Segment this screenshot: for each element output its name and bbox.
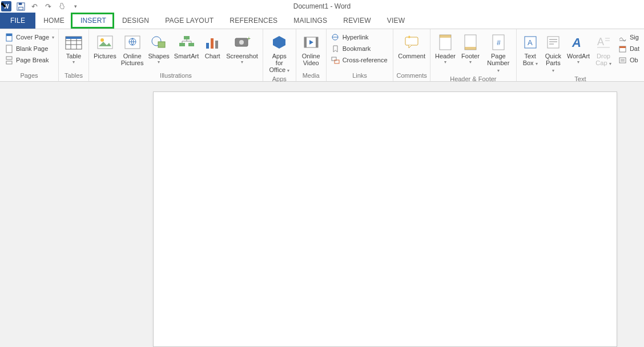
blank-page-label: Blank Page: [16, 45, 48, 52]
hyperlink-button[interactable]: Hyperlink: [330, 32, 389, 42]
chevron-down-icon: ▾: [552, 68, 554, 73]
hyperlink-icon: [331, 33, 340, 42]
cross-reference-button[interactable]: Cross-reference: [330, 55, 389, 65]
tab-view[interactable]: VIEW: [379, 13, 413, 29]
text-box-button[interactable]: A TextBox ▾: [519, 31, 542, 75]
page-break-button[interactable]: Page Break: [3, 55, 55, 65]
header-button[interactable]: Header ▾: [433, 31, 458, 75]
svg-rect-16: [125, 36, 140, 49]
group-tables-label: Tables: [61, 72, 86, 81]
bookmark-label: Bookmark: [343, 45, 371, 52]
group-media: OnlineVideo Media: [296, 29, 327, 81]
wordart-label: WordArt: [567, 53, 590, 59]
svg-rect-28: [206, 43, 209, 49]
redo-button[interactable]: ↷: [43, 2, 53, 11]
apps-icon: [270, 33, 288, 51]
ribbon-tabs: FILE HOME INSERT DESIGN PAGE LAYOUT REFE…: [0, 13, 644, 29]
tab-design[interactable]: DESIGN: [114, 13, 157, 29]
comment-label: Comment: [398, 53, 425, 59]
chevron-down-icon: ▾: [241, 59, 243, 65]
online-pictures-button[interactable]: OnlinePictures: [119, 31, 146, 72]
header-label: Header: [435, 53, 456, 59]
tab-insert[interactable]: INSERT: [73, 13, 114, 29]
chevron-down-icon: ▾: [469, 59, 472, 65]
quick-access-toolbar: W ↶ ↷ ▾: [0, 1, 80, 11]
undo-button[interactable]: ↶: [30, 2, 39, 11]
svg-point-32: [239, 40, 244, 45]
touch-mode-button[interactable]: [57, 2, 66, 11]
chart-label: Chart: [205, 53, 220, 59]
page-number-button[interactable]: # PageNumber ▾: [483, 31, 514, 75]
svg-rect-30: [215, 41, 218, 49]
pictures-button[interactable]: Pictures: [91, 31, 119, 72]
svg-rect-23: [188, 43, 194, 46]
svg-rect-6: [6, 57, 12, 59]
cover-page-icon: [5, 33, 14, 42]
page-number-label-2: Number: [487, 59, 509, 66]
chevron-down-icon: ▾: [158, 59, 160, 65]
video-label-1: Online: [302, 53, 320, 59]
chevron-down-icon: ▾: [444, 59, 446, 65]
svg-rect-36: [304, 37, 307, 47]
quick-parts-button[interactable]: QuickParts ▾: [542, 31, 565, 75]
group-media-label: Media: [299, 72, 324, 81]
svg-text:A: A: [528, 38, 533, 47]
object-button[interactable]: Ob: [617, 55, 641, 65]
object-label: Ob: [630, 57, 638, 63]
group-comments: ✦ Comment Comments: [393, 29, 430, 81]
page-number-icon: #: [489, 33, 508, 51]
tab-file[interactable]: FILE: [0, 13, 35, 29]
svg-rect-66: [621, 59, 625, 62]
svg-rect-29: [211, 38, 214, 49]
save-button[interactable]: [16, 2, 25, 11]
comment-button[interactable]: ✦ Comment: [396, 31, 428, 72]
wordart-button[interactable]: A WordArt ▾: [565, 31, 592, 75]
cover-page-button[interactable]: Cover Page ▾: [3, 32, 55, 42]
bookmark-button[interactable]: Bookmark: [330, 43, 389, 54]
comment-icon: ✦: [402, 33, 421, 51]
svg-rect-37: [316, 37, 318, 47]
qat-customize-button[interactable]: ▾: [71, 2, 80, 11]
smartart-button[interactable]: SmartArt: [172, 31, 201, 72]
footer-button[interactable]: Footer ▾: [458, 31, 483, 75]
chevron-down-icon: ▾: [577, 59, 579, 65]
text-box-label-1: Text: [525, 53, 536, 59]
date-time-button[interactable]: Dat: [617, 43, 641, 54]
svg-rect-5: [6, 45, 12, 53]
group-illustrations: Pictures OnlinePictures Shapes ▾ SmartAr…: [89, 29, 263, 81]
quick-parts-label-1: Quick: [545, 53, 561, 59]
chart-button[interactable]: Chart: [201, 31, 224, 72]
drop-cap-label-2: Cap: [595, 59, 607, 66]
table-label: Table: [66, 53, 81, 59]
drop-cap-button[interactable]: A DropCap ▾: [592, 31, 615, 75]
group-text: A TextBox ▾ QuickParts ▾ A WordArt ▾ A D…: [517, 29, 644, 81]
tab-home[interactable]: HOME: [35, 13, 73, 29]
document-workspace[interactable]: [0, 82, 644, 347]
apps-for-office-button[interactable]: Apps forOffice ▾: [265, 31, 293, 75]
shapes-icon: [150, 33, 168, 51]
quick-parts-label-2: Parts: [546, 59, 561, 66]
chevron-down-icon: ▾: [497, 68, 500, 73]
tab-review[interactable]: REVIEW: [335, 13, 379, 29]
online-video-button[interactable]: OnlineVideo: [299, 31, 324, 72]
page-break-icon: [5, 55, 14, 65]
chart-icon: [203, 33, 222, 51]
hyperlink-label: Hyperlink: [343, 34, 369, 41]
tab-mailings[interactable]: MAILINGS: [285, 13, 335, 29]
shapes-button[interactable]: Shapes ▾: [146, 31, 172, 72]
cross-reference-label: Cross-reference: [343, 57, 388, 63]
blank-page-button[interactable]: Blank Page: [3, 43, 55, 54]
svg-rect-46: [440, 35, 451, 38]
svg-rect-48: [465, 47, 476, 50]
drop-cap-icon: A: [594, 33, 613, 51]
document-page[interactable]: [153, 91, 617, 347]
online-pictures-label-1: Online: [123, 53, 142, 59]
tab-references[interactable]: REFERENCES: [222, 13, 285, 29]
signature-line-button[interactable]: Sig: [617, 32, 641, 42]
screenshot-button[interactable]: + Screenshot ▾: [224, 31, 260, 72]
table-button[interactable]: Table ▾: [61, 31, 86, 72]
chevron-down-icon: ▾: [536, 61, 538, 66]
chevron-down-icon: ▾: [609, 61, 611, 66]
online-pictures-label-2: Pictures: [121, 59, 144, 66]
tab-page-layout[interactable]: PAGE LAYOUT: [157, 13, 222, 29]
